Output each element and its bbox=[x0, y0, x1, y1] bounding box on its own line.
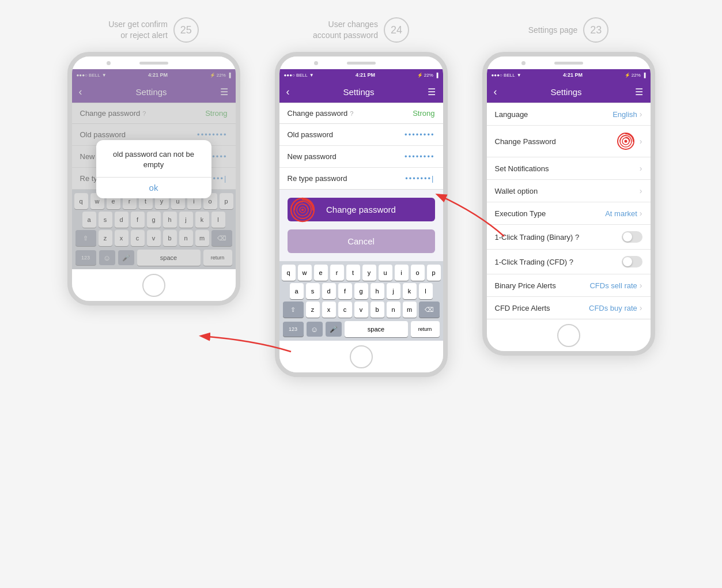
step-number-24: 24 bbox=[384, 17, 409, 43]
step-title-24: User changes account password bbox=[313, 19, 378, 41]
key-space-24[interactable]: space bbox=[345, 321, 408, 337]
change-pwd-header-24: Change password ? Strong bbox=[279, 103, 443, 124]
alert-ok-button-25[interactable]: ok bbox=[96, 177, 211, 198]
home-button-24[interactable] bbox=[350, 345, 373, 368]
key-e-24[interactable]: e bbox=[314, 265, 328, 281]
key-shift-24[interactable]: ⇧ bbox=[283, 301, 304, 318]
settings-row-cfd-alerts[interactable]: CFD Price Alerts CFDs buy rate › bbox=[487, 297, 651, 319]
status-bar-24: ●●●○ BELL ▼ 4:21 PM ⚡ 22% ▐ bbox=[279, 69, 443, 81]
change-pwd-list-24: Change password ? Strong Old password ••… bbox=[279, 103, 443, 190]
chevron-icon: › bbox=[640, 186, 642, 195]
new-password-row-24[interactable]: New password •••••••• bbox=[279, 146, 443, 168]
status-bar-23: ●●●○ BELL ▼ 4:21 PM ⚡ 22% ▐ bbox=[487, 69, 651, 81]
step-header-24: User changes account password 24 bbox=[313, 17, 409, 43]
settings-row-execution[interactable]: Execution Type At market › bbox=[487, 202, 651, 225]
phone-speaker-25 bbox=[139, 62, 168, 65]
key-m-24[interactable]: m bbox=[403, 301, 417, 318]
key-p-24[interactable]: p bbox=[427, 265, 441, 281]
toggle-binary[interactable] bbox=[622, 231, 642, 243]
key-emoji-24[interactable]: ☺ bbox=[307, 322, 323, 337]
section-25: User get confirm or reject alert 25 ●●●○ bbox=[50, 17, 258, 306]
step-header-23: Settings page 23 bbox=[528, 17, 609, 43]
app-title-24: Settings bbox=[343, 87, 374, 97]
key-x-24[interactable]: x bbox=[322, 301, 336, 318]
menu-icon-24[interactable]: ☰ bbox=[428, 86, 436, 97]
home-button-23[interactable] bbox=[557, 324, 580, 347]
key-s-24[interactable]: s bbox=[306, 283, 320, 299]
key-r-24[interactable]: r bbox=[330, 265, 344, 281]
svg-point-8 bbox=[624, 140, 627, 143]
toggle-cfd[interactable] bbox=[622, 256, 642, 267]
old-password-row-24[interactable]: Old password •••••••• bbox=[279, 124, 443, 146]
step-number-23: 23 bbox=[583, 17, 608, 43]
settings-row-wallet[interactable]: Wallet option › bbox=[487, 180, 651, 202]
phone-23: ●●●○ BELL ▼ 4:21 PM ⚡ 22% ▐ ‹ Settings bbox=[482, 52, 655, 356]
settings-row-change-password[interactable]: Change Password bbox=[487, 126, 651, 157]
phone-speaker-23 bbox=[554, 62, 583, 65]
cancel-button-24[interactable]: Cancel bbox=[288, 229, 435, 253]
fingerprint-icon-23 bbox=[617, 132, 635, 150]
menu-icon-23[interactable]: ☰ bbox=[635, 86, 643, 97]
step-header-25: User get confirm or reject alert 25 bbox=[108, 17, 199, 43]
chevron-icon: › bbox=[640, 303, 642, 312]
alert-dialog-25: old password can not be empty ok bbox=[96, 140, 211, 199]
phone-camera-24 bbox=[314, 61, 318, 65]
fingerprint-icon-24 bbox=[290, 197, 315, 223]
settings-row-notifications[interactable]: Set Notifications › bbox=[487, 157, 651, 180]
chevron-icon: › bbox=[640, 164, 642, 173]
key-n-24[interactable]: n bbox=[387, 301, 400, 318]
keyboard-row1-24: q w e r t y u i o p bbox=[281, 265, 442, 281]
key-q-24[interactable]: q bbox=[282, 265, 296, 281]
key-mic-24[interactable]: 🎤 bbox=[326, 322, 342, 337]
app-header-24: ‹ Settings ☰ bbox=[279, 81, 443, 103]
key-t-24[interactable]: t bbox=[346, 265, 360, 281]
key-f-24[interactable]: f bbox=[338, 283, 352, 299]
key-y-24[interactable]: y bbox=[362, 265, 376, 281]
back-button-23[interactable]: ‹ bbox=[494, 86, 497, 98]
keyboard-row2-24: a s d f g h j k l bbox=[281, 283, 442, 299]
settings-row-language[interactable]: Language English › bbox=[487, 103, 651, 126]
phone-bottom-25 bbox=[72, 269, 236, 301]
retype-password-row-24[interactable]: Re type password •••••••| bbox=[279, 168, 443, 189]
key-i-24[interactable]: i bbox=[395, 265, 409, 281]
key-c-24[interactable]: c bbox=[338, 301, 352, 318]
key-v-24[interactable]: v bbox=[354, 301, 368, 318]
settings-row-binary-alerts[interactable]: Binary Price Alerts CFDs sell rate › bbox=[487, 274, 651, 297]
keyboard-24: q w e r t y u i o p a bbox=[279, 261, 443, 341]
key-k-24[interactable]: k bbox=[403, 283, 417, 299]
key-h-24[interactable]: h bbox=[371, 283, 384, 299]
chevron-icon: › bbox=[640, 281, 642, 290]
key-num-24[interactable]: 123 bbox=[283, 322, 304, 337]
phone-top-bar-24 bbox=[279, 56, 443, 69]
key-b-24[interactable]: b bbox=[371, 301, 384, 318]
key-delete-24[interactable]: ⌫ bbox=[419, 301, 440, 318]
key-u-24[interactable]: u bbox=[379, 265, 392, 281]
svg-point-4 bbox=[301, 209, 304, 211]
home-button-25[interactable] bbox=[142, 274, 165, 297]
app-title-23: Settings bbox=[550, 87, 581, 97]
key-w-24[interactable]: w bbox=[298, 265, 312, 281]
phone-bottom-23 bbox=[487, 319, 651, 351]
back-button-24[interactable]: ‹ bbox=[286, 86, 290, 98]
key-z-24[interactable]: z bbox=[306, 301, 320, 318]
key-l-24[interactable]: l bbox=[419, 283, 433, 299]
chevron-icon: › bbox=[640, 137, 642, 146]
phone-screen-23: ●●●○ BELL ▼ 4:21 PM ⚡ 22% ▐ ‹ Settings bbox=[487, 69, 651, 319]
chevron-icon: › bbox=[640, 110, 642, 119]
phone-camera-23 bbox=[521, 61, 526, 65]
phone-speaker-24 bbox=[347, 62, 376, 65]
key-o-24[interactable]: o bbox=[411, 265, 425, 281]
alert-message-25: old password can not be empty bbox=[96, 140, 211, 177]
main-container: User get confirm or reject alert 25 ●●●○ bbox=[12, 17, 710, 377]
phone-top-bar-25 bbox=[72, 56, 236, 69]
keyboard-bottom-24: 123 ☺ 🎤 space return bbox=[281, 320, 442, 338]
key-j-24[interactable]: j bbox=[387, 283, 400, 299]
key-d-24[interactable]: d bbox=[322, 283, 336, 299]
step-number-25: 25 bbox=[173, 17, 199, 43]
app-header-23: ‹ Settings ☰ bbox=[487, 81, 651, 103]
key-g-24[interactable]: g bbox=[354, 283, 368, 299]
settings-list-23: Language English › Change Password bbox=[487, 103, 651, 319]
key-a-24[interactable]: a bbox=[290, 283, 304, 299]
section-23: Settings page 23 ●●●○ BELL ▼ bbox=[465, 17, 672, 356]
key-return-24[interactable]: return bbox=[411, 321, 440, 337]
